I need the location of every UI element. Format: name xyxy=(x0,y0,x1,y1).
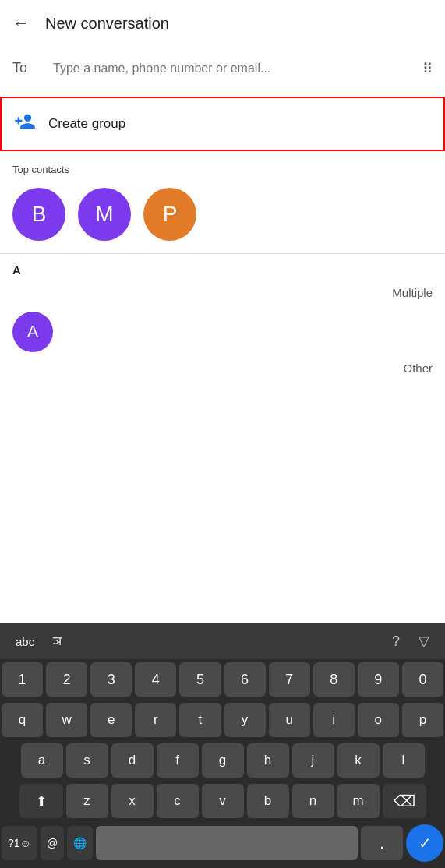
key-t[interactable]: t xyxy=(179,703,221,737)
keyboard-qwerty-row: q w e r t y u i o p xyxy=(0,700,445,740)
top-contacts-row: B M P xyxy=(0,182,445,253)
to-label: To xyxy=(12,60,44,76)
contact-avatar-p[interactable]: P xyxy=(143,188,196,241)
key-at[interactable]: @ xyxy=(41,826,64,860)
key-l[interactable]: l xyxy=(383,743,425,778)
key-7[interactable]: 7 xyxy=(269,662,310,697)
keyboard-asdf-row: a s d f g h j k l xyxy=(0,740,445,781)
key-e[interactable]: e xyxy=(90,703,132,737)
key-enter[interactable]: ✓ xyxy=(406,824,443,862)
key-m[interactable]: m xyxy=(337,784,380,818)
key-g[interactable]: g xyxy=(202,743,244,778)
keyboard-top-bar: abc ञ ? ▽ xyxy=(0,623,445,659)
key-n[interactable]: n xyxy=(292,784,334,818)
key-3[interactable]: 3 xyxy=(90,662,132,697)
key-i[interactable]: i xyxy=(313,703,355,737)
delete-key[interactable]: ⌫ xyxy=(383,784,426,818)
keyboard-lang-devanagari[interactable]: ञ xyxy=(44,634,71,648)
key-special-chars[interactable]: ?1☺ xyxy=(2,826,37,860)
contact-avatar-a: A xyxy=(12,312,53,352)
key-d[interactable]: d xyxy=(111,743,154,778)
key-globe-icon[interactable]: 🌐 xyxy=(67,826,93,860)
key-c[interactable]: c xyxy=(157,784,199,818)
key-4[interactable]: 4 xyxy=(135,662,176,697)
key-j[interactable]: j xyxy=(292,743,334,778)
header: ← New conversation xyxy=(0,0,445,47)
back-button[interactable]: ← xyxy=(12,13,30,34)
alpha-section-a: A xyxy=(0,254,445,280)
contact-avatar-m[interactable]: M xyxy=(78,188,131,241)
multiple-label: Multiple xyxy=(0,280,445,305)
keyboard-number-row: 1 2 3 4 5 6 7 8 9 0 xyxy=(0,659,445,700)
recipient-input[interactable] xyxy=(53,62,422,76)
key-1[interactable]: 1 xyxy=(2,662,43,697)
page-title: New conversation xyxy=(45,15,169,33)
key-y[interactable]: y xyxy=(224,703,266,737)
key-p[interactable]: p xyxy=(402,703,443,737)
key-r[interactable]: r xyxy=(135,703,176,737)
key-9[interactable]: 9 xyxy=(358,662,399,697)
key-u[interactable]: u xyxy=(269,703,310,737)
contact-row-a[interactable]: A xyxy=(0,305,445,358)
top-contacts-label: Top contacts xyxy=(0,151,445,182)
key-x[interactable]: x xyxy=(111,784,154,818)
key-o[interactable]: o xyxy=(358,703,399,737)
shift-key[interactable]: ⬆ xyxy=(19,784,63,818)
key-6[interactable]: 6 xyxy=(224,662,266,697)
key-f[interactable]: f xyxy=(157,743,199,778)
key-dot[interactable]: . xyxy=(361,826,403,860)
key-2[interactable]: 2 xyxy=(46,662,87,697)
key-w[interactable]: w xyxy=(46,703,87,737)
key-h[interactable]: h xyxy=(247,743,289,778)
grid-icon[interactable]: ⠿ xyxy=(422,60,433,77)
to-field-row: To ⠿ xyxy=(0,47,445,90)
keyboard-lang-abc[interactable]: abc xyxy=(6,635,44,648)
create-group-button[interactable]: Create group xyxy=(0,97,445,151)
key-z[interactable]: z xyxy=(66,784,108,818)
keyboard-help-icon[interactable]: ? xyxy=(383,633,409,650)
key-k[interactable]: k xyxy=(337,743,380,778)
key-a[interactable]: a xyxy=(21,743,63,778)
keyboard-collapse-icon[interactable]: ▽ xyxy=(409,633,439,650)
create-group-icon xyxy=(14,111,36,137)
create-group-label: Create group xyxy=(48,116,125,132)
contact-avatar-b[interactable]: B xyxy=(12,188,65,241)
key-space[interactable] xyxy=(96,826,358,860)
keyboard-zxcv-row: ⬆ z x c v b n m ⌫ xyxy=(0,781,445,821)
key-q[interactable]: q xyxy=(2,703,43,737)
keyboard: abc ञ ? ▽ 1 2 3 4 5 6 7 8 9 0 q w e r t … xyxy=(0,623,445,868)
special-chars-label: ?1 xyxy=(8,837,20,849)
key-5[interactable]: 5 xyxy=(179,662,221,697)
other-label: Other xyxy=(0,358,445,381)
key-b[interactable]: b xyxy=(247,784,289,818)
keyboard-bottom-row: ?1☺ @ 🌐 . ✓ xyxy=(0,821,445,868)
key-0[interactable]: 0 xyxy=(402,662,443,697)
key-8[interactable]: 8 xyxy=(313,662,355,697)
key-s[interactable]: s xyxy=(66,743,108,778)
key-v[interactable]: v xyxy=(202,784,244,818)
